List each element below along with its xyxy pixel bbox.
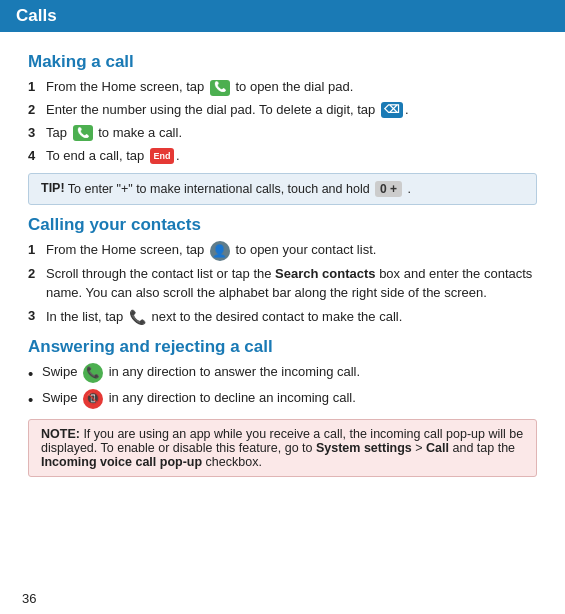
contact-step-num-1: 1 bbox=[28, 241, 46, 260]
header-bar: Calls bbox=[0, 0, 565, 32]
bullet-text-1: Swipe 📞 in any direction to answer the i… bbox=[42, 363, 537, 383]
dial-icon bbox=[210, 80, 230, 96]
section-making-a-call: Making a call 1 From the Home screen, ta… bbox=[28, 52, 537, 205]
delete-icon: ⌫ bbox=[381, 102, 403, 118]
contact-step-3: 3 In the list, tap 📞 next to the desired… bbox=[28, 307, 537, 327]
content-area: Making a call 1 From the Home screen, ta… bbox=[0, 32, 565, 495]
step-text-4: To end a call, tap End. bbox=[46, 147, 537, 166]
bullet-dot-1: • bbox=[28, 363, 42, 385]
note-label: NOTE: bbox=[41, 427, 80, 441]
incoming-voice-bold: Incoming voice call pop-up bbox=[41, 455, 202, 469]
section-title-answering: Answering and rejecting a call bbox=[28, 337, 537, 357]
step-4: 4 To end a call, tap End. bbox=[28, 147, 537, 166]
section-calling-contacts: Calling your contacts 1 From the Home sc… bbox=[28, 215, 537, 327]
bullet-dot-2: • bbox=[28, 389, 42, 411]
contact-step-num-3: 3 bbox=[28, 307, 46, 326]
answering-bullets: • Swipe 📞 in any direction to answer the… bbox=[28, 363, 537, 411]
step-1: 1 From the Home screen, tap to open the … bbox=[28, 78, 537, 97]
zero-plus-icon: 0 + bbox=[375, 181, 402, 197]
tip-text: To enter "+" to make international calls… bbox=[68, 182, 411, 196]
bullet-text-2: Swipe 📵 in any direction to decline an i… bbox=[42, 389, 537, 409]
page-number: 36 bbox=[22, 591, 36, 606]
section-answering: Answering and rejecting a call • Swipe 📞… bbox=[28, 337, 537, 477]
step-num-3: 3 bbox=[28, 124, 46, 143]
step-num-4: 4 bbox=[28, 147, 46, 166]
contact-step-num-2: 2 bbox=[28, 265, 46, 284]
section-title-making: Making a call bbox=[28, 52, 537, 72]
step-2: 2 Enter the number using the dial pad. T… bbox=[28, 101, 537, 120]
step-text-2: Enter the number using the dial pad. To … bbox=[46, 101, 537, 120]
step-text-3: Tap to make a call. bbox=[46, 124, 537, 143]
tip-label: TIP! bbox=[41, 182, 65, 196]
bullet-decline: • Swipe 📵 in any direction to decline an… bbox=[28, 389, 537, 411]
end-icon: End bbox=[150, 148, 174, 164]
phone-small-icon: 📞 bbox=[129, 309, 146, 325]
call-icon bbox=[73, 125, 93, 141]
contact-step-text-2: Scroll through the contact list or tap t… bbox=[46, 265, 537, 303]
step-num-2: 2 bbox=[28, 101, 46, 120]
decline-icon: 📵 bbox=[83, 389, 103, 409]
contact-step-2: 2 Scroll through the contact list or tap… bbox=[28, 265, 537, 303]
note-text: If you are using an app while you receiv… bbox=[41, 427, 523, 469]
note-box: NOTE: If you are using an app while you … bbox=[28, 419, 537, 477]
header-title: Calls bbox=[16, 6, 57, 25]
contact-step-text-3: In the list, tap 📞 next to the desired c… bbox=[46, 307, 537, 327]
contact-step-text-1: From the Home screen, tap 👤 to open your… bbox=[46, 241, 537, 261]
call-bold: Call bbox=[426, 441, 449, 455]
system-settings-bold: System settings bbox=[316, 441, 412, 455]
contact-step-1: 1 From the Home screen, tap 👤 to open yo… bbox=[28, 241, 537, 261]
contacts-steps: 1 From the Home screen, tap 👤 to open yo… bbox=[28, 241, 537, 327]
tip-box: TIP! To enter "+" to make international … bbox=[28, 173, 537, 205]
making-steps: 1 From the Home screen, tap to open the … bbox=[28, 78, 537, 165]
contacts-icon: 👤 bbox=[210, 241, 230, 261]
step-3: 3 Tap to make a call. bbox=[28, 124, 537, 143]
section-title-contacts: Calling your contacts bbox=[28, 215, 537, 235]
step-text-1: From the Home screen, tap to open the di… bbox=[46, 78, 537, 97]
answer-icon: 📞 bbox=[83, 363, 103, 383]
search-contacts-bold: Search contacts bbox=[275, 266, 375, 281]
step-num-1: 1 bbox=[28, 78, 46, 97]
bullet-answer: • Swipe 📞 in any direction to answer the… bbox=[28, 363, 537, 385]
